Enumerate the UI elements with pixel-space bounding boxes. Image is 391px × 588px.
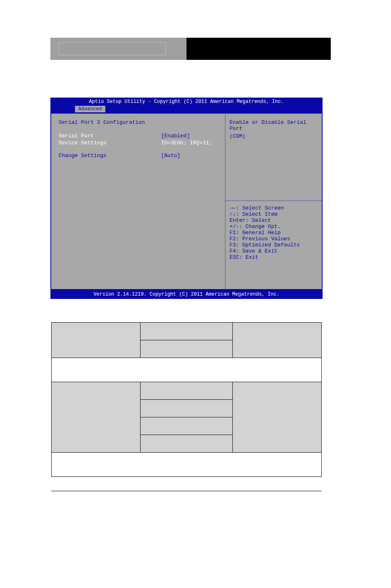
bios-footer: Version 2.14.1219. Copyright (C) 2011 Am…	[50, 290, 323, 299]
options-tables	[51, 322, 322, 477]
panel-heading: Serial Port 3 Configuration	[59, 119, 218, 125]
change-settings-value[interactable]: [Auto]	[161, 153, 180, 159]
key-hint: F1: General Help	[230, 230, 318, 236]
table-cell	[232, 323, 321, 358]
bios-title: Aptio Setup Utility - Copyright (C) 2011…	[50, 98, 323, 106]
header-left-inner	[59, 42, 166, 55]
help-line-0: Enable or Disable Serial Port	[230, 119, 318, 132]
device-settings-value: IO=3E8h; IRQ=11;	[161, 140, 212, 146]
separator	[225, 201, 322, 201]
header-right	[186, 38, 331, 61]
table-cell	[232, 382, 321, 453]
help-line-1: (COM)	[230, 133, 318, 139]
table-cell	[141, 417, 232, 435]
tab-advanced[interactable]: Advanced	[75, 106, 105, 112]
bios-tabs: Advanced	[50, 106, 323, 114]
change-settings-label[interactable]: Change Settings	[59, 153, 161, 159]
table-cell	[141, 382, 232, 400]
key-hint: ↑↓: Select Item	[230, 211, 318, 217]
table-cell	[52, 323, 141, 358]
bios-help-panel: Enable or Disable Serial Port (COM) →←: …	[225, 114, 322, 289]
key-hint: Enter: Select	[230, 217, 318, 223]
table-spacer	[52, 358, 322, 382]
table-cell	[141, 340, 232, 358]
page-header	[50, 38, 331, 61]
key-hint: F4: Save & Exit	[230, 248, 318, 254]
footer-rule	[51, 491, 322, 491]
device-settings-label: Device Settings	[59, 140, 161, 146]
bios-screen: Aptio Setup Utility - Copyright (C) 2011…	[50, 98, 323, 299]
table-cell	[141, 400, 232, 417]
table-cell	[141, 435, 232, 453]
table-cell	[52, 382, 141, 453]
table-cell	[141, 323, 232, 340]
table-spacer	[52, 453, 322, 477]
key-hint: F2: Previous Values	[230, 236, 318, 242]
serial-port-value[interactable]: [Enabled]	[161, 133, 190, 139]
header-left	[50, 38, 186, 60]
key-hint: →←: Select Screen	[230, 205, 318, 211]
serial-port-label[interactable]: Serial Port	[59, 133, 161, 139]
key-hint: F3: Optimized Defaults	[230, 242, 318, 248]
key-hint: +/-: Change Opt.	[230, 223, 318, 230]
key-hint: ESC: Exit	[230, 254, 318, 260]
bios-main-panel: Serial Port 3 Configuration Serial Port …	[51, 114, 225, 289]
